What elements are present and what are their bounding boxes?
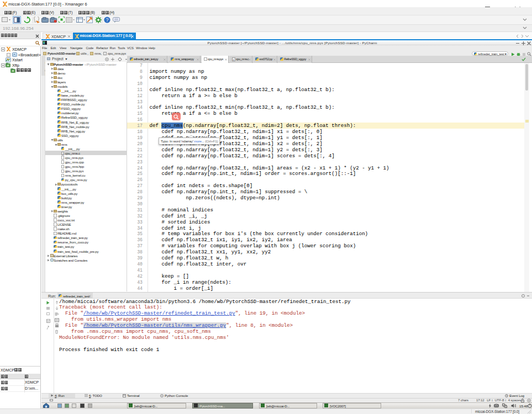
svg-text:?: ? [106, 17, 108, 23]
